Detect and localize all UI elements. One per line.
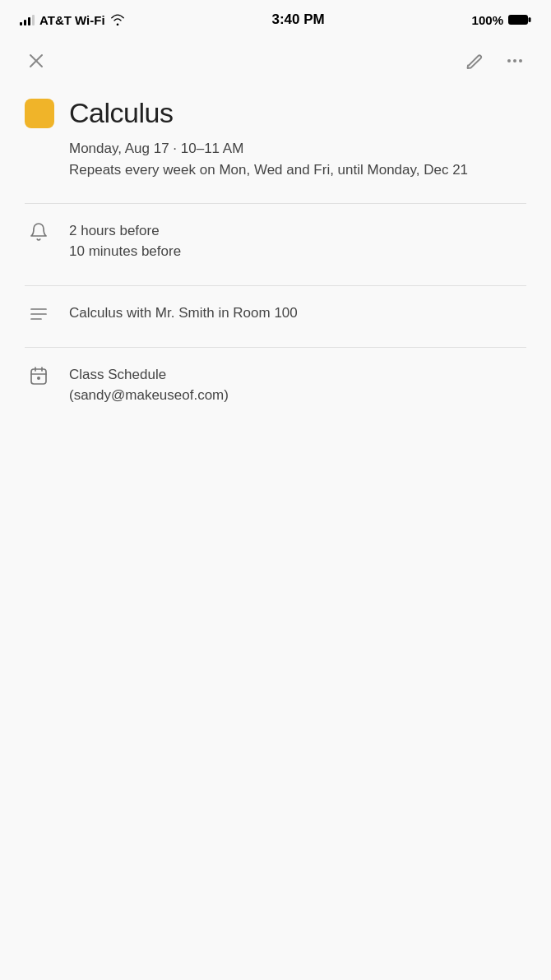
svg-rect-1 [528,17,530,22]
divider-2 [25,285,526,286]
alert-line-2: 10 minutes before [69,241,526,262]
calendar-icon [25,364,53,386]
battery-percent: 100% [472,13,503,27]
signal-icon [20,14,35,25]
status-time: 3:40 PM [271,12,324,28]
divider-1 [25,203,526,204]
event-title: Calculus [69,97,173,129]
description-row: Calculus with Mr. Smith in Room 100 [25,303,526,324]
description-label: Calculus with Mr. Smith in Room 100 [69,303,526,324]
alert-line-1: 2 hours before [69,220,526,242]
alerts-text: 2 hours before 10 minutes before [69,220,526,262]
divider-3 [25,347,526,348]
more-button[interactable] [498,44,531,77]
carrier-label: AT&T Wi-Fi [39,13,105,27]
wifi-icon [110,14,125,25]
status-bar: AT&T Wi-Fi 3:40 PM 100% [0,0,551,35]
toolbar-right-actions [459,44,531,77]
event-color-indicator [25,99,54,128]
svg-point-4 [507,59,511,62]
battery-icon [508,14,531,25]
svg-point-14 [37,377,40,380]
status-battery-area: 100% [472,13,531,27]
alerts-row: 2 hours before 10 minutes before [25,220,526,262]
event-datetime-section: Monday, Aug 17 · 10–11 AM Repeats every … [69,141,526,180]
close-button[interactable] [20,44,53,77]
edit-button[interactable] [459,44,492,77]
event-detail-content: Calculus Monday, Aug 17 · 10–11 AM Repea… [0,90,551,454]
status-carrier: AT&T Wi-Fi [20,13,125,27]
description-text: Calculus with Mr. Smith in Room 100 [69,303,526,324]
event-date-time-label: Monday, Aug 17 · 10–11 AM [69,141,526,157]
svg-point-5 [513,59,516,62]
calendar-name-label: Class Schedule [69,364,526,386]
calendar-text: Class Schedule (sandy@makeuseof.com) [69,364,526,406]
event-title-row: Calculus [25,97,526,129]
svg-rect-0 [508,15,528,25]
toolbar [0,35,551,90]
calendar-email-label: (sandy@makeuseof.com) [69,385,526,406]
bell-icon [25,220,53,242]
svg-point-6 [519,59,522,62]
event-repeat-label: Repeats every week on Mon, Wed and Fri, … [69,160,526,180]
calendar-row: Class Schedule (sandy@makeuseof.com) [25,364,526,406]
description-icon [25,303,53,324]
